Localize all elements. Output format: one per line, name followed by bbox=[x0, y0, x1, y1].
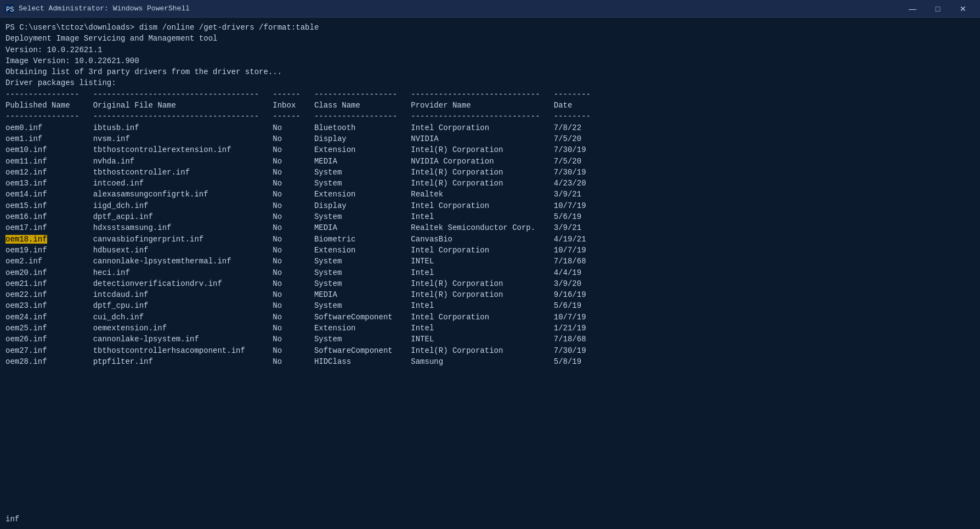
svg-text:PS: PS bbox=[6, 6, 14, 13]
terminal-output: Deployment Image Servicing and Managemen… bbox=[5, 33, 975, 367]
terminal-line: oem12.inf tbthostcontroller.inf No Syste… bbox=[5, 167, 975, 178]
terminal-line: oem15.inf iigd_dch.inf No Display Intel … bbox=[5, 200, 975, 211]
terminal-line: oem18.inf canvasbiofingerprint.inf No Bi… bbox=[5, 234, 975, 245]
terminal-line: oem28.inf ptpfilter.inf No HIDClass Sams… bbox=[5, 356, 975, 367]
terminal-line: Version: 10.0.22621.1 bbox=[5, 44, 975, 55]
terminal-line: Published Name Original File Name Inbox … bbox=[5, 100, 975, 111]
terminal-line: ---------------- -----------------------… bbox=[5, 89, 975, 100]
terminal-line: oem21.inf detectionverificationdrv.inf N… bbox=[5, 278, 975, 289]
terminal-line: oem1.inf nvsm.inf No Display NVIDIA 7/5/… bbox=[5, 133, 975, 144]
terminal-line: oem25.inf oemextension.inf No Extension … bbox=[5, 323, 975, 334]
window: PS Select Administrator: Windows PowerSh… bbox=[0, 0, 980, 529]
powershell-icon: PS bbox=[4, 4, 14, 14]
maximize-button[interactable]: □ bbox=[925, 0, 950, 18]
terminal-line: oem20.inf heci.inf No System Intel 4/4/1… bbox=[5, 267, 975, 278]
command-text: dism /online /get-drivers /format:table bbox=[139, 23, 319, 32]
terminal-line: oem14.inf alexasamsungconfigrtk.inf No E… bbox=[5, 189, 975, 200]
close-button[interactable]: ✕ bbox=[950, 0, 976, 18]
terminal-line: Image Version: 10.0.22621.900 bbox=[5, 55, 975, 66]
terminal-line: oem19.inf hdbusext.inf No Extension Inte… bbox=[5, 245, 975, 256]
terminal-line: oem17.inf hdxsstsamsung.inf No MEDIA Rea… bbox=[5, 222, 975, 233]
terminal-line: ---------------- -----------------------… bbox=[5, 111, 975, 122]
terminal-line: oem10.inf tbthostcontrollerextension.inf… bbox=[5, 144, 975, 155]
terminal-line: Obtaining list of 3rd party drivers from… bbox=[5, 66, 975, 77]
prompt-line: PS C:\users\tctoz\downloads> dism /onlin… bbox=[5, 22, 975, 33]
title-bar: PS Select Administrator: Windows PowerSh… bbox=[0, 0, 980, 18]
terminal-line: Deployment Image Servicing and Managemen… bbox=[5, 33, 975, 44]
terminal-line: oem24.inf cui_dch.inf No SoftwareCompone… bbox=[5, 312, 975, 323]
terminal-line: oem22.inf intcdaud.inf No MEDIA Intel(R)… bbox=[5, 289, 975, 300]
prompt-text: PS C:\users\tctoz\downloads> bbox=[5, 23, 139, 32]
terminal-line: Driver packages listing: bbox=[5, 77, 975, 88]
window-title: Select Administrator: Windows PowerShell bbox=[19, 4, 900, 13]
terminal-line: oem0.inf ibtusb.inf No Bluetooth Intel C… bbox=[5, 122, 975, 133]
bottom-inf-line: inf bbox=[5, 514, 19, 525]
terminal-line: oem26.inf cannonlake-lpsystem.inf No Sys… bbox=[5, 334, 975, 345]
window-controls: — □ ✕ bbox=[900, 0, 976, 18]
terminal-line: oem2.inf cannonlake-lpsystemthermal.inf … bbox=[5, 256, 975, 267]
minimize-button[interactable]: — bbox=[900, 0, 925, 18]
highlighted-row: oem18.inf bbox=[5, 235, 47, 244]
terminal-line: oem16.inf dptf_acpi.inf No System Intel … bbox=[5, 211, 975, 222]
terminal-line: oem13.inf intcoed.inf No System Intel(R)… bbox=[5, 178, 975, 189]
terminal-area: PS C:\users\tctoz\downloads> dism /onlin… bbox=[0, 18, 980, 529]
terminal-line: oem27.inf tbthostcontrollerhsacomponent.… bbox=[5, 345, 975, 356]
terminal-line: oem23.inf dptf_cpu.inf No System Intel 5… bbox=[5, 300, 975, 311]
terminal-line: oem11.inf nvhda.inf No MEDIA NVIDIA Corp… bbox=[5, 156, 975, 167]
